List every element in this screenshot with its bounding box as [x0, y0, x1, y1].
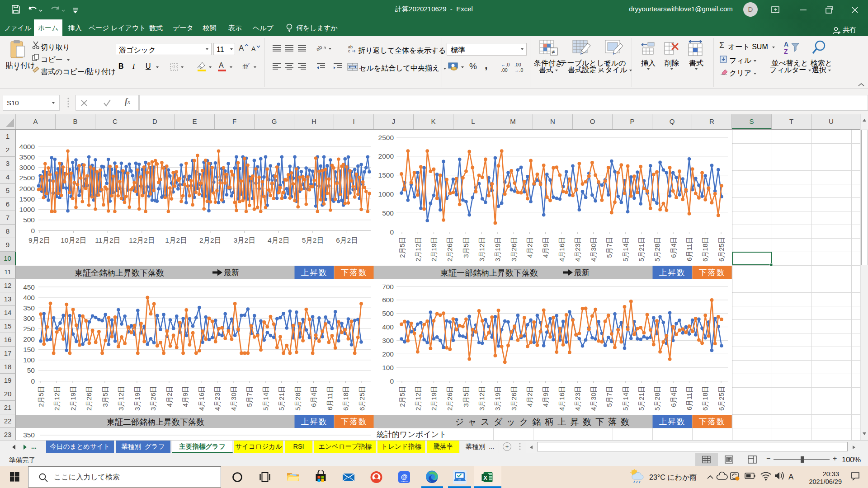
svg-text:2000: 2000	[19, 185, 35, 192]
svg-text:2月12日: 2月12日	[53, 386, 61, 411]
svg-text:4月2日: 4月2日	[526, 386, 533, 407]
svg-text:X: X	[483, 474, 487, 481]
svg-text:6月25日: 6月25日	[717, 237, 725, 262]
svg-text:2月26日: 2月26日	[446, 386, 453, 411]
svg-text:700: 700	[382, 283, 394, 291]
svg-text:3月5日: 3月5日	[462, 237, 470, 258]
svg-text:200: 200	[382, 350, 394, 358]
svg-text:2月19日: 2月19日	[69, 386, 77, 411]
svg-text:11月2日: 11月2日	[95, 236, 120, 244]
svg-text:上昇数: 上昇数	[301, 268, 328, 277]
svg-text:2500: 2500	[378, 134, 394, 141]
svg-text:2月5日: 2月5日	[398, 386, 406, 407]
svg-text:3月5日: 3月5日	[101, 386, 109, 407]
svg-text:6月11日: 6月11日	[685, 386, 693, 410]
svg-text:c: c	[348, 49, 350, 53]
svg-text:4月16日: 4月16日	[198, 386, 205, 411]
svg-text:4月9日: 4月9日	[542, 237, 549, 258]
svg-text:4月2日: 4月2日	[268, 236, 289, 244]
svg-text:9月2日: 9月2日	[28, 236, 50, 244]
svg-text:400: 400	[382, 323, 394, 331]
svg-text:6月4日: 6月4日	[670, 237, 677, 258]
svg-text:2月12日: 2月12日	[414, 237, 422, 262]
svg-text:4月23日: 4月23日	[574, 386, 581, 411]
svg-text:5月21日: 5月21日	[637, 237, 645, 262]
svg-text:3月26日: 3月26日	[510, 237, 518, 262]
svg-text:12月2日: 12月2日	[129, 236, 155, 244]
svg-text:4月9日: 4月9日	[542, 386, 549, 407]
svg-text:≠: ≠	[552, 48, 555, 55]
svg-text:東証全銘柄上昇数下落数: 東証全銘柄上昇数下落数	[75, 268, 164, 277]
svg-text:0: 0	[390, 377, 394, 385]
svg-text:下落数: 下落数	[341, 417, 368, 426]
svg-text:4月30日: 4月30日	[590, 237, 597, 262]
svg-text:menu: menu	[401, 480, 407, 483]
svg-text:2500: 2500	[19, 174, 35, 182]
svg-text:6月4日: 6月4日	[670, 386, 677, 407]
svg-text:A: A	[784, 41, 788, 48]
svg-text:0: 0	[31, 227, 35, 235]
svg-text:4月16日: 4月16日	[558, 237, 566, 262]
svg-text:東証一部銘柄上昇数下落数: 東証一部銘柄上昇数下落数	[440, 268, 538, 277]
svg-text:6月18日: 6月18日	[342, 386, 349, 411]
svg-text:@: @	[401, 473, 408, 480]
svg-text:4月23日: 4月23日	[574, 237, 581, 262]
svg-text:5月7日: 5月7日	[605, 386, 613, 407]
svg-text:0: 0	[31, 377, 35, 385]
svg-text:6月4日: 6月4日	[310, 386, 317, 407]
svg-text:2月5日: 2月5日	[37, 386, 45, 407]
svg-text:4月9日: 4月9日	[181, 386, 189, 407]
svg-text:4月16日: 4月16日	[558, 386, 566, 411]
svg-text:3月19日: 3月19日	[133, 386, 141, 411]
svg-text:6月11日: 6月11日	[326, 386, 334, 410]
svg-text:4月30日: 4月30日	[230, 386, 237, 411]
svg-text:150: 150	[23, 346, 35, 353]
svg-text:500: 500	[382, 209, 394, 217]
svg-text:上昇数: 上昇数	[659, 417, 686, 426]
svg-text:3月26日: 3月26日	[149, 386, 157, 411]
svg-text:2月26日: 2月26日	[85, 386, 93, 411]
svg-text:東証二部銘柄上昇数下落数: 東証二部銘柄上昇数下落数	[107, 418, 204, 427]
svg-text:5月28日: 5月28日	[653, 237, 661, 262]
svg-text:5月14日: 5月14日	[622, 237, 629, 262]
svg-text:600: 600	[382, 296, 394, 304]
svg-text:4月23日: 4月23日	[213, 386, 221, 411]
svg-text:下落数: 下落数	[341, 268, 368, 277]
svg-text:2月19日: 2月19日	[430, 386, 438, 411]
svg-text:上昇数: 上昇数	[659, 268, 686, 277]
svg-text:5月28日: 5月28日	[294, 386, 302, 411]
svg-text:5月7日: 5月7日	[245, 386, 253, 407]
svg-text:3月19日: 3月19日	[494, 237, 501, 262]
svg-text:6月25日: 6月25日	[358, 386, 366, 411]
svg-text:5月2日: 5月2日	[302, 236, 324, 244]
svg-text:5月14日: 5月14日	[622, 386, 629, 411]
svg-text:4月30日: 4月30日	[590, 386, 597, 411]
svg-text:6月18日: 6月18日	[701, 386, 709, 411]
svg-text:1500: 1500	[378, 171, 394, 179]
svg-text:3000: 3000	[19, 164, 35, 171]
svg-text:100: 100	[23, 356, 35, 364]
svg-text:...: ...	[31, 444, 37, 450]
svg-text:ジャスダック銘柄上昇数下落数: ジャスダック銘柄上昇数下落数	[455, 417, 634, 427]
svg-text:2月12日: 2月12日	[414, 386, 422, 411]
svg-text:2月2日: 2月2日	[199, 236, 221, 244]
svg-text:1月2日: 1月2日	[165, 236, 187, 244]
svg-text:2021/06/29: 2021/06/29	[809, 478, 842, 485]
svg-text:1500: 1500	[19, 195, 35, 203]
svg-text:4月2日: 4月2日	[526, 237, 533, 258]
svg-text:最新: 最新	[574, 268, 590, 277]
svg-text:1000: 1000	[19, 206, 35, 213]
svg-text:6月2日: 6月2日	[336, 236, 358, 244]
svg-text:3月12日: 3月12日	[117, 386, 125, 411]
svg-text:50: 50	[27, 366, 35, 374]
svg-text:350: 350	[23, 431, 35, 439]
svg-text:ab: ab	[316, 44, 324, 52]
svg-text:4月2日: 4月2日	[165, 386, 173, 407]
svg-text:500: 500	[382, 310, 394, 317]
svg-text:100: 100	[382, 364, 394, 371]
svg-text:3月12日: 3月12日	[478, 386, 486, 411]
svg-text:2月5日: 2月5日	[398, 237, 406, 258]
svg-text:1000: 1000	[378, 190, 394, 198]
svg-text:5月28日: 5月28日	[653, 386, 661, 411]
svg-text:6月25日: 6月25日	[717, 386, 725, 411]
